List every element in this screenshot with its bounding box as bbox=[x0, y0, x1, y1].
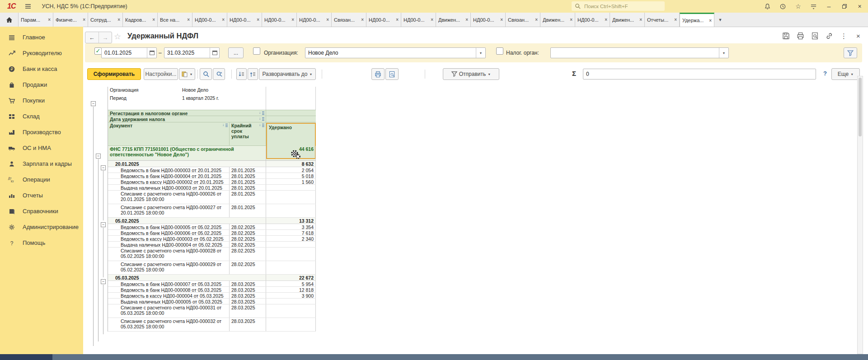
sidebar-item-help[interactable]: ? Помощь bbox=[0, 235, 83, 251]
report-row[interactable]: Выдача наличных НД00-000003 от 20.01.202… bbox=[108, 185, 316, 191]
close-view-icon[interactable]: × bbox=[854, 32, 863, 40]
tab-close-icon[interactable]: × bbox=[222, 17, 225, 22]
tab[interactable]: Движен...× bbox=[436, 13, 471, 27]
service-menu-icon[interactable] bbox=[810, 3, 817, 10]
sidebar-item-sales[interactable]: Продажи bbox=[0, 77, 83, 93]
dropdown-icon[interactable]: ▼ bbox=[476, 48, 485, 58]
report-row[interactable]: Ведомость в банк НД00-000006 от 05.02.20… bbox=[108, 230, 316, 236]
tab-close-icon[interactable]: × bbox=[431, 17, 433, 22]
tab-close-icon[interactable]: × bbox=[500, 17, 503, 22]
find-next-button[interactable] bbox=[213, 68, 225, 80]
tab[interactable]: НД00-0...× bbox=[297, 13, 332, 27]
tab-close-icon[interactable]: × bbox=[709, 18, 712, 23]
tab-close-icon[interactable]: × bbox=[465, 17, 468, 22]
period-checkbox[interactable] bbox=[94, 47, 102, 55]
send-button[interactable]: Отправить▼ bbox=[443, 68, 499, 80]
close-window-button[interactable]: × bbox=[856, 3, 863, 10]
tab-close-icon[interactable]: × bbox=[570, 17, 572, 22]
report-row[interactable]: Ведомость в кассу НД00-000003 от 05.02.2… bbox=[108, 236, 316, 242]
tab-close-icon[interactable]: × bbox=[535, 17, 538, 22]
outline-collapse-box[interactable]: − bbox=[101, 279, 106, 284]
report-row[interactable]: Ведомость в банк НД00-000008 от 05.03.20… bbox=[108, 287, 316, 293]
period-to-field[interactable]: 31.03.2025 bbox=[164, 47, 220, 58]
tab[interactable]: Отчеты...× bbox=[645, 13, 680, 27]
settings-button[interactable]: Настройки... bbox=[144, 68, 178, 80]
global-search[interactable] bbox=[572, 1, 665, 11]
print-preview-button[interactable] bbox=[385, 68, 399, 80]
scrollbar-thumb[interactable] bbox=[859, 78, 862, 136]
tab[interactable]: НД00-0...× bbox=[575, 13, 610, 27]
sidebar-item-manager[interactable]: Руководителю bbox=[0, 45, 83, 61]
sidebar-item-bank[interactable]: ₽ Банк и касса bbox=[0, 61, 83, 77]
tab[interactable]: Парам...× bbox=[19, 13, 53, 27]
report-row[interactable]: Списание с расчетного счета НД00-000028 … bbox=[108, 248, 316, 261]
sidebar-item-warehouse[interactable]: Склад bbox=[0, 108, 83, 124]
tab[interactable]: Все на...× bbox=[158, 13, 192, 27]
report-row[interactable]: Ведомость в банк НД00-000007 от 05.03.20… bbox=[108, 281, 316, 287]
more-menu-kebab-icon[interactable]: ⋮ bbox=[840, 32, 848, 40]
back-button[interactable]: ← bbox=[85, 32, 99, 43]
sidebar-item-hr[interactable]: Зарплата и кадры bbox=[0, 156, 83, 172]
report-header-row[interactable]: Дата удержания налога bbox=[108, 116, 316, 122]
search-input[interactable] bbox=[583, 3, 653, 9]
organization-combo[interactable]: Новое Дело ▼ bbox=[305, 47, 486, 58]
tab-close-icon[interactable]: × bbox=[48, 17, 51, 22]
preview-icon[interactable] bbox=[811, 32, 819, 40]
main-menu-icon[interactable] bbox=[24, 3, 32, 10]
tab[interactable]: Движен...× bbox=[610, 13, 645, 27]
vertical-scrollbar[interactable] bbox=[857, 76, 863, 354]
tab-active[interactable]: Удержа...× bbox=[680, 13, 714, 27]
report-row[interactable]: Ведомость в банк НД00-000003 от 20.01.20… bbox=[108, 167, 316, 173]
report-row[interactable]: Списание с расчетного счета НД00-000032 … bbox=[108, 318, 316, 332]
tab[interactable]: Кадров...× bbox=[123, 13, 158, 27]
period-more-button[interactable]: ... bbox=[228, 47, 244, 58]
sidebar-item-assets[interactable]: ОС и НМА bbox=[0, 140, 83, 156]
tab-close-icon[interactable]: × bbox=[152, 17, 155, 22]
sort-icon[interactable] bbox=[259, 117, 264, 121]
notifications-bell-icon[interactable] bbox=[764, 3, 771, 10]
report-row-group[interactable]: 05.03.202522 672 bbox=[108, 275, 316, 281]
tab-close-icon[interactable]: × bbox=[117, 17, 120, 22]
sidebar-item-main[interactable]: Главное bbox=[0, 29, 83, 45]
tab[interactable]: НД00-0...× bbox=[227, 13, 262, 27]
report-row[interactable]: Ведомость в кассу НД00-000004 от 05.03.2… bbox=[108, 293, 316, 299]
tab[interactable]: Связан...× bbox=[506, 13, 540, 27]
help-button[interactable]: ? bbox=[823, 70, 827, 77]
tab-close-icon[interactable]: × bbox=[326, 17, 329, 22]
more-actions-button[interactable]: Еще▼ bbox=[831, 68, 860, 80]
tab[interactable]: Связан...× bbox=[332, 13, 366, 27]
report-row[interactable]: Списание с расчетного счета НД00-000029 … bbox=[108, 261, 316, 275]
report-row[interactable]: Выдача наличных НД00-000005 от 05.03.202… bbox=[108, 299, 316, 304]
report-row[interactable]: Выдача наличных НД00-000004 от 05.02.202… bbox=[108, 242, 316, 248]
history-icon[interactable] bbox=[779, 3, 787, 10]
favorites-star-icon[interactable]: ☆ bbox=[794, 3, 802, 10]
sidebar-item-references[interactable]: Справочники bbox=[0, 203, 83, 219]
collapse-groups-button[interactable] bbox=[236, 68, 247, 80]
tab-close-icon[interactable]: × bbox=[187, 17, 190, 22]
dropdown-icon[interactable]: ▼ bbox=[719, 48, 728, 58]
tab[interactable]: Движен...× bbox=[540, 13, 575, 27]
report-row[interactable]: Ведомость в кассу НД00-000002 от 20.01.2… bbox=[108, 179, 316, 185]
filter-settings-button[interactable] bbox=[844, 47, 857, 58]
generate-button[interactable]: Сформировать bbox=[87, 68, 141, 80]
save-icon[interactable] bbox=[782, 32, 790, 40]
report-variants-button[interactable]: ▼ bbox=[179, 68, 195, 80]
sidebar-item-purchases[interactable]: Покупки bbox=[0, 93, 83, 108]
report-row[interactable]: Списание с расчетного счета НД00-000031 … bbox=[108, 304, 316, 318]
print-button[interactable] bbox=[371, 68, 385, 80]
tax-authority-checkbox[interactable] bbox=[496, 47, 503, 55]
minimize-button[interactable]: – bbox=[825, 3, 833, 10]
report-row-group[interactable]: 20.01.20258 632 bbox=[108, 161, 316, 167]
add-favorite-star-icon[interactable]: ☆ bbox=[114, 32, 121, 42]
tab-close-icon[interactable]: × bbox=[639, 17, 642, 22]
tab[interactable]: НД00-0...× bbox=[471, 13, 506, 27]
tab-close-icon[interactable]: × bbox=[257, 17, 259, 22]
tax-authority-combo[interactable]: ▼ bbox=[550, 47, 729, 58]
report-row[interactable]: Списание с расчетного счета НД00-000027 … bbox=[108, 204, 316, 218]
period-from-field[interactable]: 01.01.2025 bbox=[101, 47, 157, 58]
sidebar-item-administration[interactable]: Администрирование bbox=[0, 219, 83, 235]
calendar-icon[interactable] bbox=[210, 48, 219, 58]
tab-close-icon[interactable]: × bbox=[291, 17, 294, 22]
sort-icon[interactable] bbox=[259, 123, 264, 127]
organization-checkbox[interactable] bbox=[253, 47, 260, 55]
